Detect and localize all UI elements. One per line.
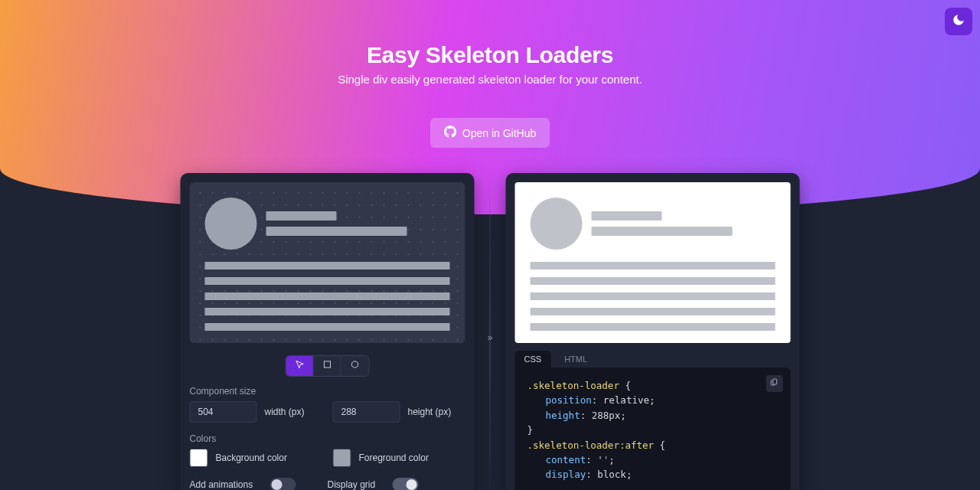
circle-icon <box>350 359 361 373</box>
copy-code-button[interactable] <box>766 375 783 392</box>
preview-bar <box>531 262 776 270</box>
fg-color-swatch[interactable] <box>333 449 351 467</box>
skeleton-bar[interactable] <box>205 323 450 331</box>
skeleton-bar[interactable] <box>205 292 450 300</box>
height-input[interactable] <box>333 401 400 423</box>
skeleton-avatar[interactable] <box>205 198 257 250</box>
github-button-label: Open in GitHub <box>462 127 537 139</box>
preview-bar <box>531 323 776 331</box>
bg-color-swatch[interactable] <box>190 449 208 467</box>
preview-bar <box>531 308 776 315</box>
skeleton-bar[interactable] <box>266 211 337 220</box>
skeleton-bar[interactable] <box>205 277 450 285</box>
open-github-button[interactable]: Open in GitHub <box>430 118 550 148</box>
add-animations-label: Add animations <box>190 479 253 490</box>
cursor-icon <box>294 359 305 373</box>
github-icon <box>444 126 456 140</box>
preview-bar <box>592 227 733 236</box>
clipboard-icon <box>770 376 779 390</box>
add-animations-toggle[interactable] <box>270 478 296 490</box>
display-grid-label: Display grid <box>328 479 376 490</box>
component-size-label: Component size <box>190 386 466 397</box>
rectangle-tool-button[interactable] <box>314 356 341 376</box>
chevron-right-icon: » <box>483 331 497 345</box>
fg-color-label: Foreground color <box>359 452 429 463</box>
width-unit-label: width (px) <box>265 407 305 417</box>
panel-divider: » <box>490 173 491 490</box>
display-grid-toggle[interactable] <box>392 478 418 490</box>
skeleton-canvas[interactable] <box>190 182 466 343</box>
circle-tool-button[interactable] <box>341 356 369 376</box>
tab-css[interactable]: CSS <box>515 351 551 368</box>
shape-tool-group <box>286 355 370 377</box>
width-input[interactable] <box>190 401 257 423</box>
editor-panel: Component size width (px) height (px) Co… <box>181 173 475 490</box>
svg-rect-2 <box>773 379 777 384</box>
skeleton-bar[interactable] <box>205 308 450 315</box>
skeleton-bar[interactable] <box>205 262 450 270</box>
colors-label: Colors <box>190 433 466 444</box>
tab-html[interactable]: HTML <box>555 351 596 368</box>
preview-avatar <box>531 198 583 250</box>
skeleton-preview <box>515 182 791 343</box>
preview-bar <box>531 292 776 300</box>
preview-bar <box>531 277 776 285</box>
page-title: Easy Skeleton Loaders <box>0 42 980 68</box>
output-panel: CSS HTML .skeleton-loader { position: re… <box>506 173 800 490</box>
code-output: .skeleton-loader { position: relative; h… <box>515 368 791 490</box>
bg-color-label: Background color <box>216 452 287 463</box>
square-icon <box>322 359 332 373</box>
height-unit-label: height (px) <box>408 407 452 417</box>
preview-bar <box>592 211 662 220</box>
svg-rect-0 <box>324 361 330 368</box>
page-subtitle: Single div easily generated skeleton loa… <box>0 73 980 86</box>
skeleton-bar[interactable] <box>266 227 407 236</box>
svg-point-1 <box>351 361 358 368</box>
select-tool-button[interactable] <box>286 356 314 376</box>
